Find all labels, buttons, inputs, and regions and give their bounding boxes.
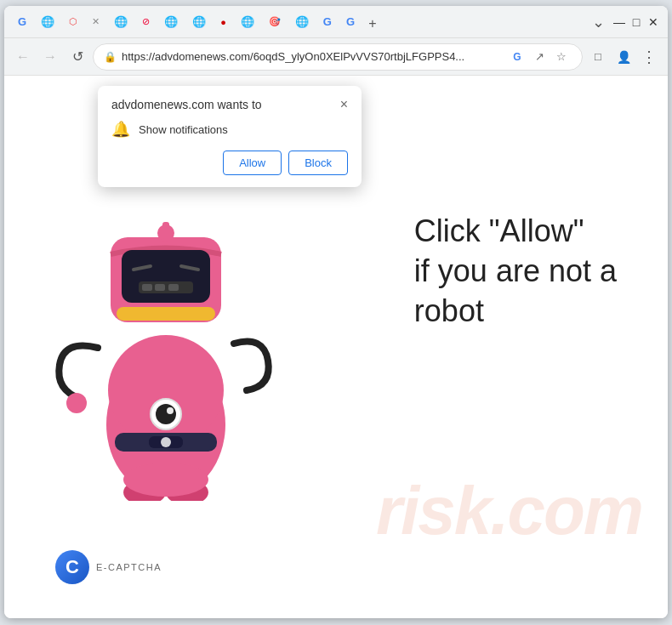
svg-rect-10 [117, 307, 215, 321]
tab-5[interactable]: 🌐 [107, 10, 134, 34]
main-text-line3: robot [414, 292, 617, 332]
browser-window: G 🌐 ⬡ ✕ 🌐 ⊘ 🌐 🌐 [4, 6, 668, 618]
block-button[interactable]: Block [288, 151, 348, 175]
tab-13[interactable]: G [316, 10, 339, 34]
notification-popup: advdomenews.com wants to × 🔔 Show notifi… [98, 86, 362, 187]
tab-7[interactable]: 🌐 [157, 10, 185, 34]
back-button[interactable]: ← [11, 45, 35, 69]
bell-icon: 🔔 [111, 120, 130, 139]
chevron-down-icon[interactable]: ⌄ [586, 10, 610, 34]
tab-10-favicon: 🌐 [241, 15, 254, 28]
tab-10[interactable]: 🌐 [234, 10, 261, 34]
tab-6-favicon: ⊘ [142, 16, 150, 27]
chrome-menu-button[interactable]: ⋮ [637, 45, 661, 69]
ecaptcha-label: E-CAPTCHA [96, 562, 162, 572]
tab-9[interactable]: ● [214, 10, 233, 34]
svg-rect-15 [142, 284, 152, 291]
svg-rect-19 [162, 222, 169, 239]
google-search-icon[interactable]: G [507, 47, 527, 67]
tab-1-favicon: G [18, 15, 26, 28]
popup-close-button[interactable]: × [340, 98, 348, 111]
tab-12[interactable]: 🌐 [288, 10, 316, 34]
title-bar: G 🌐 ⬡ ✕ 🌐 ⊘ 🌐 🌐 [4, 6, 668, 38]
tab-11[interactable]: 🎯 [262, 10, 288, 34]
svg-rect-17 [168, 284, 179, 291]
tab-9-favicon: ● [220, 17, 226, 27]
tabs-row: G 🌐 ⬡ ✕ 🌐 ⊘ 🌐 🌐 [11, 10, 583, 34]
profile-button[interactable]: 👤 [612, 45, 635, 69]
tab-3[interactable]: ⬡ [62, 10, 84, 34]
tab-5-favicon: 🌐 [114, 15, 128, 28]
nav-bar: ← → ↺ 🔒 https://advdomenews.com/6oqdS_yl… [4, 38, 668, 76]
share-button[interactable]: ↗ [529, 47, 550, 67]
main-text-block: Click "Allow" if you are not a robot [414, 212, 617, 331]
svg-rect-11 [122, 250, 210, 303]
lock-icon: 🔒 [104, 51, 117, 63]
permission-text: Show notifications [139, 123, 228, 136]
svg-point-4 [161, 437, 171, 447]
tab-2-favicon: 🌐 [41, 15, 54, 28]
ecaptcha-letter: C [65, 556, 79, 578]
ecaptcha-icon: C [55, 550, 89, 584]
svg-point-6 [156, 404, 176, 424]
tab-8-favicon: 🌐 [192, 15, 206, 28]
allow-button[interactable]: Allow [223, 151, 282, 175]
url-text: https://advdomenews.com/6oqdS_ylyOn0XElP… [122, 50, 502, 63]
tab-7-favicon: 🌐 [164, 15, 178, 28]
refresh-button[interactable]: ↺ [65, 45, 89, 69]
minimize-button[interactable]: — [612, 14, 627, 30]
forward-button[interactable]: → [38, 45, 62, 69]
extensions-button[interactable]: □ [586, 45, 610, 69]
address-bar[interactable]: 🔒 https://advdomenews.com/6oqdS_ylyOn0XE… [93, 43, 583, 71]
tab-13-favicon: G [323, 15, 332, 28]
tab-6[interactable]: ⊘ [135, 10, 157, 34]
tab-14-favicon: G [346, 15, 355, 28]
tab-1[interactable]: G [11, 10, 33, 34]
new-tab-button[interactable]: + [362, 14, 383, 34]
tab-8[interactable]: 🌐 [185, 10, 213, 34]
tab-14[interactable]: G [339, 10, 362, 34]
svg-point-23 [123, 463, 208, 497]
close-button[interactable]: ✕ [646, 14, 661, 30]
main-text-line1: Click "Allow" [414, 212, 617, 252]
svg-rect-16 [155, 284, 165, 291]
watermark-text: risk.com [376, 472, 642, 550]
tab-3-favicon: ⬡ [69, 16, 77, 27]
nav-right-buttons: □ 👤 ⋮ [586, 45, 661, 69]
popup-buttons: Allow Block [111, 151, 348, 175]
svg-point-20 [66, 393, 87, 413]
bookmark-button[interactable]: ☆ [551, 47, 572, 67]
ecaptcha-logo: C E-CAPTCHA [55, 550, 162, 584]
page-content: risk.com advdomenews.com wants to × 🔔 Sh… [4, 76, 668, 618]
tab-2[interactable]: 🌐 [34, 10, 61, 34]
main-text-line2: if you are not a [414, 252, 617, 292]
popup-permission-row: 🔔 Show notifications [111, 120, 348, 139]
tab-12-favicon: 🌐 [295, 15, 309, 28]
popup-title: advdomenews.com wants to [111, 98, 262, 111]
robot-illustration [47, 178, 285, 501]
svg-point-7 [167, 407, 174, 414]
address-actions: G ↗ ☆ [507, 47, 572, 67]
popup-header: advdomenews.com wants to × [111, 98, 348, 111]
maximize-button[interactable]: □ [629, 14, 644, 30]
tab-close-btn[interactable]: ✕ [85, 10, 106, 34]
tab-11-favicon: 🎯 [269, 16, 281, 27]
